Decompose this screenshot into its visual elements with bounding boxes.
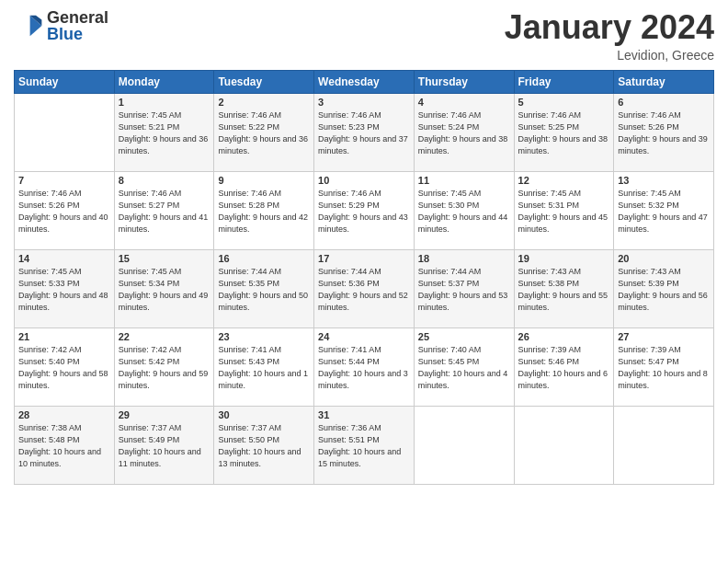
calendar-cell: 28Sunrise: 7:38 AM Sunset: 5:48 PM Dayli… bbox=[15, 406, 115, 484]
calendar-cell: 9Sunrise: 7:46 AM Sunset: 5:28 PM Daylig… bbox=[214, 171, 314, 249]
logo-icon bbox=[14, 11, 43, 40]
location: Levidion, Greece bbox=[505, 48, 714, 63]
day-number: 2 bbox=[218, 97, 310, 108]
day-number: 23 bbox=[218, 331, 310, 342]
day-info: Sunrise: 7:44 AM Sunset: 5:35 PM Dayligh… bbox=[218, 266, 310, 314]
week-row-3: 14Sunrise: 7:45 AM Sunset: 5:33 PM Dayli… bbox=[15, 249, 714, 327]
weekday-header-wednesday: Wednesday bbox=[314, 70, 415, 93]
day-info: Sunrise: 7:42 AM Sunset: 5:42 PM Dayligh… bbox=[119, 344, 210, 392]
day-number: 4 bbox=[418, 97, 510, 108]
calendar-cell: 4Sunrise: 7:46 AM Sunset: 5:24 PM Daylig… bbox=[414, 93, 514, 171]
logo-text: General Blue bbox=[47, 9, 108, 42]
day-number: 13 bbox=[618, 175, 710, 186]
day-number: 19 bbox=[518, 253, 610, 264]
day-info: Sunrise: 7:41 AM Sunset: 5:43 PM Dayligh… bbox=[218, 344, 310, 392]
day-number: 11 bbox=[418, 175, 510, 186]
day-number: 14 bbox=[18, 253, 110, 264]
calendar-cell: 25Sunrise: 7:40 AM Sunset: 5:45 PM Dayli… bbox=[414, 327, 514, 406]
calendar-cell: 21Sunrise: 7:42 AM Sunset: 5:40 PM Dayli… bbox=[15, 327, 115, 406]
day-info: Sunrise: 7:43 AM Sunset: 5:38 PM Dayligh… bbox=[518, 266, 610, 314]
day-number: 26 bbox=[518, 331, 610, 342]
calendar-cell: 7Sunrise: 7:46 AM Sunset: 5:26 PM Daylig… bbox=[15, 171, 115, 249]
day-number: 31 bbox=[318, 409, 410, 420]
logo-blue: Blue bbox=[47, 26, 108, 42]
calendar-cell bbox=[514, 406, 614, 484]
day-info: Sunrise: 7:45 AM Sunset: 5:31 PM Dayligh… bbox=[518, 188, 610, 236]
weekday-header-row: SundayMondayTuesdayWednesdayThursdayFrid… bbox=[15, 70, 714, 93]
day-number: 8 bbox=[119, 175, 210, 186]
calendar-cell: 8Sunrise: 7:46 AM Sunset: 5:27 PM Daylig… bbox=[114, 171, 214, 249]
day-info: Sunrise: 7:45 AM Sunset: 5:30 PM Dayligh… bbox=[418, 188, 510, 236]
calendar-cell: 30Sunrise: 7:37 AM Sunset: 5:50 PM Dayli… bbox=[214, 406, 314, 484]
calendar-cell: 10Sunrise: 7:46 AM Sunset: 5:29 PM Dayli… bbox=[314, 171, 415, 249]
weekday-header-saturday: Saturday bbox=[614, 70, 714, 93]
day-info: Sunrise: 7:46 AM Sunset: 5:24 PM Dayligh… bbox=[418, 109, 510, 157]
calendar-cell: 26Sunrise: 7:39 AM Sunset: 5:46 PM Dayli… bbox=[514, 327, 614, 406]
day-number: 27 bbox=[618, 331, 710, 342]
title-block: January 2024 Levidion, Greece bbox=[505, 9, 714, 63]
day-info: Sunrise: 7:39 AM Sunset: 5:46 PM Dayligh… bbox=[518, 344, 610, 392]
day-info: Sunrise: 7:37 AM Sunset: 5:50 PM Dayligh… bbox=[218, 422, 310, 470]
header: General Blue January 2024 Levidion, Gree… bbox=[14, 9, 714, 63]
day-number: 20 bbox=[618, 253, 710, 264]
day-info: Sunrise: 7:45 AM Sunset: 5:33 PM Dayligh… bbox=[18, 266, 110, 314]
day-number: 12 bbox=[518, 175, 610, 186]
calendar-cell: 16Sunrise: 7:44 AM Sunset: 5:35 PM Dayli… bbox=[214, 249, 314, 327]
day-info: Sunrise: 7:45 AM Sunset: 5:34 PM Dayligh… bbox=[119, 266, 210, 314]
calendar-cell: 17Sunrise: 7:44 AM Sunset: 5:36 PM Dayli… bbox=[314, 249, 415, 327]
day-number: 15 bbox=[119, 253, 210, 264]
day-info: Sunrise: 7:46 AM Sunset: 5:26 PM Dayligh… bbox=[18, 188, 110, 236]
day-info: Sunrise: 7:44 AM Sunset: 5:37 PM Dayligh… bbox=[418, 266, 510, 314]
calendar-cell bbox=[414, 406, 514, 484]
day-info: Sunrise: 7:38 AM Sunset: 5:48 PM Dayligh… bbox=[18, 422, 110, 470]
weekday-header-tuesday: Tuesday bbox=[214, 70, 314, 93]
day-number: 29 bbox=[119, 409, 210, 420]
day-number: 7 bbox=[18, 175, 110, 186]
page: General Blue January 2024 Levidion, Gree… bbox=[0, 0, 728, 563]
day-info: Sunrise: 7:46 AM Sunset: 5:28 PM Dayligh… bbox=[218, 188, 310, 236]
week-row-2: 7Sunrise: 7:46 AM Sunset: 5:26 PM Daylig… bbox=[15, 171, 714, 249]
week-row-4: 21Sunrise: 7:42 AM Sunset: 5:40 PM Dayli… bbox=[15, 327, 714, 406]
day-info: Sunrise: 7:36 AM Sunset: 5:51 PM Dayligh… bbox=[318, 422, 410, 470]
logo-general: General bbox=[47, 9, 108, 26]
weekday-header-friday: Friday bbox=[514, 70, 614, 93]
calendar-table: SundayMondayTuesdayWednesdayThursdayFrid… bbox=[14, 70, 714, 485]
calendar-cell: 13Sunrise: 7:45 AM Sunset: 5:32 PM Dayli… bbox=[614, 171, 714, 249]
day-info: Sunrise: 7:44 AM Sunset: 5:36 PM Dayligh… bbox=[318, 266, 410, 314]
day-number: 5 bbox=[518, 97, 610, 108]
day-number: 21 bbox=[18, 331, 110, 342]
month-title: January 2024 bbox=[505, 9, 714, 46]
day-number: 28 bbox=[18, 409, 110, 420]
day-number: 17 bbox=[318, 253, 410, 264]
calendar-cell: 22Sunrise: 7:42 AM Sunset: 5:42 PM Dayli… bbox=[114, 327, 214, 406]
day-info: Sunrise: 7:41 AM Sunset: 5:44 PM Dayligh… bbox=[318, 344, 410, 392]
day-number: 18 bbox=[418, 253, 510, 264]
day-number: 10 bbox=[318, 175, 410, 186]
weekday-header-sunday: Sunday bbox=[15, 70, 115, 93]
calendar-cell: 31Sunrise: 7:36 AM Sunset: 5:51 PM Dayli… bbox=[314, 406, 415, 484]
calendar-cell: 23Sunrise: 7:41 AM Sunset: 5:43 PM Dayli… bbox=[214, 327, 314, 406]
calendar-cell bbox=[15, 93, 115, 171]
calendar-cell: 20Sunrise: 7:43 AM Sunset: 5:39 PM Dayli… bbox=[614, 249, 714, 327]
logo: General Blue bbox=[14, 9, 108, 42]
day-number: 9 bbox=[218, 175, 310, 186]
weekday-header-thursday: Thursday bbox=[414, 70, 514, 93]
day-info: Sunrise: 7:39 AM Sunset: 5:47 PM Dayligh… bbox=[618, 344, 710, 392]
calendar-cell: 12Sunrise: 7:45 AM Sunset: 5:31 PM Dayli… bbox=[514, 171, 614, 249]
day-info: Sunrise: 7:43 AM Sunset: 5:39 PM Dayligh… bbox=[618, 266, 710, 314]
day-number: 1 bbox=[119, 97, 210, 108]
day-number: 6 bbox=[618, 97, 710, 108]
calendar-cell: 2Sunrise: 7:46 AM Sunset: 5:22 PM Daylig… bbox=[214, 93, 314, 171]
day-info: Sunrise: 7:37 AM Sunset: 5:49 PM Dayligh… bbox=[119, 422, 210, 470]
day-info: Sunrise: 7:46 AM Sunset: 5:25 PM Dayligh… bbox=[518, 109, 610, 157]
calendar-cell: 6Sunrise: 7:46 AM Sunset: 5:26 PM Daylig… bbox=[614, 93, 714, 171]
calendar-cell: 5Sunrise: 7:46 AM Sunset: 5:25 PM Daylig… bbox=[514, 93, 614, 171]
day-number: 22 bbox=[119, 331, 210, 342]
day-info: Sunrise: 7:46 AM Sunset: 5:26 PM Dayligh… bbox=[618, 109, 710, 157]
day-info: Sunrise: 7:40 AM Sunset: 5:45 PM Dayligh… bbox=[418, 344, 510, 392]
day-info: Sunrise: 7:46 AM Sunset: 5:23 PM Dayligh… bbox=[318, 109, 410, 157]
day-number: 25 bbox=[418, 331, 510, 342]
day-info: Sunrise: 7:42 AM Sunset: 5:40 PM Dayligh… bbox=[18, 344, 110, 392]
week-row-5: 28Sunrise: 7:38 AM Sunset: 5:48 PM Dayli… bbox=[15, 406, 714, 484]
calendar-cell: 1Sunrise: 7:45 AM Sunset: 5:21 PM Daylig… bbox=[114, 93, 214, 171]
